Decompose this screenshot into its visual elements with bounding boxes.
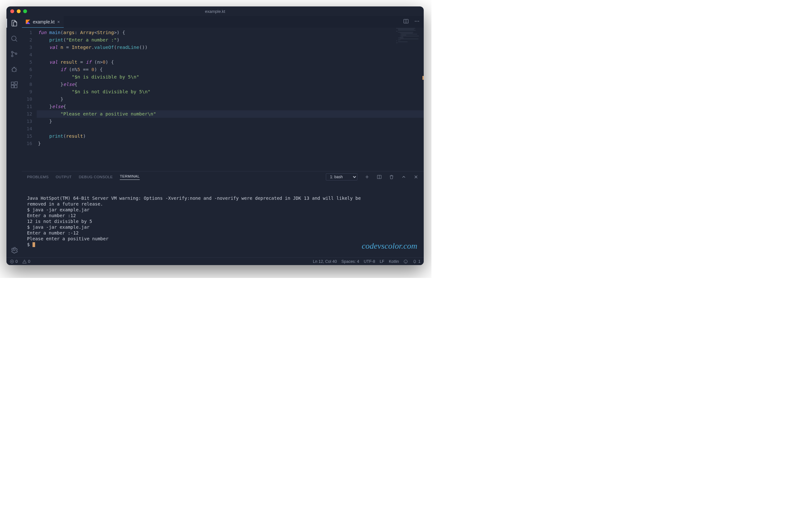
window-title: example.kt xyxy=(6,9,424,14)
activity-bar xyxy=(6,16,22,257)
editor-area: example.kt × 12345678910111213141516 fun… xyxy=(22,16,424,257)
kotlin-file-icon xyxy=(26,20,30,24)
panel-tab-output[interactable]: OUTPUT xyxy=(56,175,72,179)
tab-example-kt[interactable]: example.kt × xyxy=(22,16,64,28)
tab-bar: example.kt × xyxy=(22,16,424,28)
svg-rect-8 xyxy=(15,82,17,84)
panel-tab-bar: PROBLEMS OUTPUT DEBUG CONSOLE TERMINAL 1… xyxy=(22,171,424,182)
close-window-button[interactable] xyxy=(10,9,14,13)
svg-point-4 xyxy=(12,68,16,72)
status-encoding[interactable]: UTF-8 xyxy=(364,259,375,264)
terminal-output[interactable]: Java HotSpot(TM) 64-Bit Server VM warnin… xyxy=(22,182,424,257)
svg-point-0 xyxy=(12,36,16,41)
split-terminal-icon[interactable] xyxy=(377,174,382,180)
terminal-shell-selector[interactable]: 1: bash xyxy=(326,174,358,180)
status-errors[interactable]: 0 xyxy=(10,259,18,264)
maximize-panel-icon[interactable] xyxy=(401,174,406,180)
panel-tab-terminal[interactable]: TERMINAL xyxy=(120,174,140,180)
svg-rect-7 xyxy=(14,85,17,88)
editor-window: example.kt xyxy=(6,6,424,265)
maximize-window-button[interactable] xyxy=(23,9,27,13)
close-panel-icon[interactable] xyxy=(414,174,419,180)
main-area: example.kt × 12345678910111213141516 fun… xyxy=(6,16,424,257)
line-number-gutter: 12345678910111213141516 xyxy=(22,28,37,171)
kill-terminal-icon[interactable] xyxy=(389,174,394,180)
svg-point-3 xyxy=(15,53,17,55)
panel-tab-debug-console[interactable]: DEBUG CONSOLE xyxy=(79,175,113,179)
close-tab-icon[interactable]: × xyxy=(57,19,60,25)
svg-point-9 xyxy=(13,249,15,251)
titlebar: example.kt xyxy=(6,6,424,16)
window-controls xyxy=(10,9,27,13)
status-feedback-icon[interactable] xyxy=(403,259,408,264)
new-terminal-icon[interactable] xyxy=(364,174,369,180)
code-editor[interactable]: 12345678910111213141516 fun main(args: A… xyxy=(22,28,424,171)
svg-point-12 xyxy=(417,21,417,21)
bottom-panel: PROBLEMS OUTPUT DEBUG CONSOLE TERMINAL 1… xyxy=(22,171,424,257)
status-eol[interactable]: LF xyxy=(380,259,385,264)
svg-point-16 xyxy=(404,260,408,263)
status-indentation[interactable]: Spaces: 4 xyxy=(341,259,359,264)
svg-point-13 xyxy=(418,21,419,21)
status-cursor-position[interactable]: Ln 12, Col 40 xyxy=(313,259,337,264)
svg-point-2 xyxy=(12,55,13,57)
svg-point-1 xyxy=(12,51,13,53)
settings-gear-icon[interactable] xyxy=(10,245,19,254)
debug-icon[interactable] xyxy=(10,65,19,74)
explorer-icon[interactable] xyxy=(6,19,22,28)
minimize-window-button[interactable] xyxy=(17,9,20,13)
more-actions-icon[interactable] xyxy=(414,18,420,26)
panel-tab-problems[interactable]: PROBLEMS xyxy=(27,175,48,179)
status-warnings[interactable]: 0 xyxy=(22,259,30,264)
status-notifications[interactable]: 1 xyxy=(412,259,420,264)
status-language[interactable]: Kotlin xyxy=(389,259,399,264)
code-content[interactable]: fun main(args: Array<String>) { print("E… xyxy=(37,28,424,171)
tab-label: example.kt xyxy=(33,19,55,25)
split-editor-icon[interactable] xyxy=(403,18,409,26)
extensions-icon[interactable] xyxy=(10,80,19,89)
search-icon[interactable] xyxy=(10,34,19,43)
watermark: codevscolor.com xyxy=(362,243,417,249)
status-bar: 0 0 Ln 12, Col 40 Spaces: 4 UTF-8 LF Kot… xyxy=(6,257,424,265)
scroll-marker xyxy=(422,76,424,80)
svg-rect-6 xyxy=(11,85,14,88)
svg-rect-5 xyxy=(11,82,14,85)
source-control-icon[interactable] xyxy=(10,49,19,59)
svg-point-11 xyxy=(415,21,416,21)
